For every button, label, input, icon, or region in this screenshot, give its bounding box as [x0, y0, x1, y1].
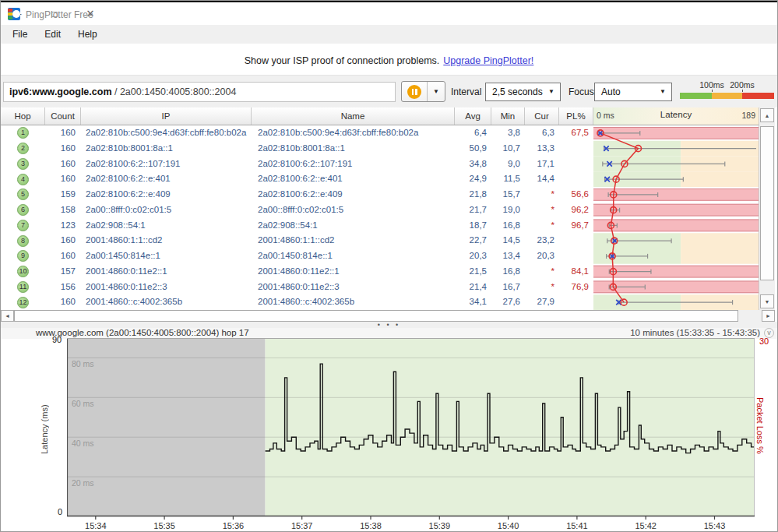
hop-cell: 12 — [1, 294, 45, 310]
count-cell: 160 — [45, 141, 81, 157]
avg-cell: 18,7 — [455, 218, 491, 234]
name-cell: 2a00:1450:814e::1 — [252, 248, 455, 264]
table-row[interactable]: 101572001:4860:0:11e2::12001:4860:0:11e2… — [1, 264, 759, 280]
packet-loss-cell — [559, 248, 593, 264]
scroll-right-icon[interactable]: ► — [762, 310, 775, 322]
vertical-scroll-thumb[interactable] — [760, 126, 774, 280]
hop-number-badge: 4 — [17, 174, 29, 185]
focus-label: Focus — [569, 86, 594, 97]
avg-cell: 6,4 — [455, 125, 491, 141]
cur-cell: * — [525, 218, 559, 234]
table-horizontal-scrollbar[interactable]: ◄ ► — [1, 310, 775, 322]
ip-cell: 2001:4860:1:1::cd2 — [81, 233, 252, 248]
x-tick-label: 15:40 — [498, 521, 519, 530]
timeline-range[interactable]: 10 minutes (15:33:35 - 15:43:35) — [630, 328, 760, 337]
avg-cell: 50,9 — [455, 141, 491, 157]
table-row[interactable]: 41602a02:8100:6:2::e:4012a02:8100:6:2::e… — [1, 171, 759, 187]
table-row[interactable]: 81602001:4860:1:1::cd22001:4860:1:1::cd2… — [1, 233, 759, 248]
pause-icon[interactable] — [402, 82, 428, 101]
table-row[interactable]: 61582a00::8fff:0:c02:c01:52a00::8fff:0:c… — [1, 203, 759, 218]
packet-loss-cell: 56,6 — [559, 187, 593, 203]
name-cell: 2001:4860:0:11e2::3 — [252, 280, 455, 295]
focus-select[interactable]: Auto▼ — [594, 83, 672, 101]
cur-cell: 14,4 — [525, 171, 559, 187]
min-cell: 13,4 — [491, 248, 525, 264]
table-row[interactable]: 21602a02:810b:8001:8a::12a02:810b:8001:8… — [1, 141, 759, 157]
right-axis-label: Packet Loss % — [755, 355, 765, 495]
table-row[interactable]: 51592a02:8100:6:2::e:4092a02:8100:6:2::e… — [1, 187, 759, 203]
interval-label: Interval — [451, 86, 481, 97]
scroll-left-icon[interactable]: ◄ — [1, 310, 14, 322]
avg-cell: 21,7 — [455, 203, 491, 218]
menu-file[interactable]: File — [4, 26, 36, 42]
menu-edit[interactable]: Edit — [36, 26, 69, 42]
scale-label-100ms: 100ms — [699, 80, 724, 90]
name-cell: 2001:4860:0:11e2::1 — [252, 264, 455, 280]
hop-number-badge: 9 — [17, 250, 29, 262]
ip-cell: 2a02:810b:8001:8a::1 — [81, 141, 252, 157]
latency-graph-cell — [593, 171, 759, 187]
min-cell: 16,7 — [491, 280, 525, 295]
target-ip: / 2a00:1450:4005:800::2004 — [112, 86, 237, 97]
timeline-chart[interactable]: 80 ms60 ms40 ms20 ms15:3415:3515:3615:37… — [67, 338, 755, 532]
table-row[interactable]: 31602a02:8100:6:2::107:1912a02:8100:6:2:… — [1, 157, 759, 172]
cur-cell: * — [525, 280, 559, 295]
min-cell: 3,8 — [491, 125, 525, 141]
col-header-name[interactable]: Name — [252, 107, 455, 125]
table-row[interactable]: 91602a00:1450:814e::12a00:1450:814e::120… — [1, 248, 759, 264]
interval-select[interactable]: 2,5 seconds▼ — [485, 83, 561, 101]
hop-cell: 1 — [1, 125, 45, 141]
col-header-ip[interactable]: IP — [81, 107, 252, 125]
latency-graph-cell — [593, 248, 759, 264]
col-header-avg[interactable]: Avg — [455, 107, 491, 125]
hop-number-badge: 11 — [17, 281, 29, 293]
hop-number-badge: 5 — [17, 188, 29, 200]
hop-number-badge: 12 — [17, 297, 29, 308]
pause-button[interactable]: ▼ — [401, 81, 445, 102]
scroll-down-icon[interactable]: ▼ — [760, 294, 774, 308]
focus-value: Auto — [601, 86, 621, 97]
col-header-latency[interactable]: 0 ms Latency 189 — [593, 107, 759, 125]
col-header-hop[interactable]: Hop — [1, 107, 45, 125]
table-row[interactable]: 111562001:4860:0:11e2::32001:4860:0:11e2… — [1, 280, 759, 295]
count-cell: 160 — [45, 294, 81, 310]
col-header-cur[interactable]: Cur — [525, 107, 559, 125]
cur-cell: * — [525, 187, 559, 203]
count-cell: 160 — [45, 171, 81, 187]
y-axis-max: 90 — [52, 335, 62, 344]
table-row[interactable]: 71232a02:908::54:12a02:908::54:118,716,8… — [1, 218, 759, 234]
upgrade-link[interactable]: Upgrade PingPlotter! — [443, 55, 533, 66]
table-vertical-scrollbar[interactable]: ▲ ▼ — [759, 107, 775, 310]
target-address-box[interactable]: ipv6:www.google.com / 2a00:1450:4005:800… — [3, 82, 396, 102]
table-header: Hop Count IP Name Avg Min Cur PL% 0 ms L… — [1, 107, 759, 125]
count-cell: 158 — [45, 203, 81, 218]
avg-cell: 21,4 — [455, 280, 491, 295]
x-tick-label: 15:39 — [429, 521, 451, 530]
table-row[interactable]: 11602a02:810b:c500:9e4:d63f:cbff:fe80:b0… — [1, 125, 759, 141]
table-row[interactable]: 121602001:4860::c:4002:365b2001:4860::c:… — [1, 294, 759, 310]
col-header-min[interactable]: Min — [491, 107, 525, 125]
cur-cell: 17,1 — [525, 157, 559, 172]
chevron-down-icon: ▼ — [548, 83, 554, 100]
hop-number-badge: 6 — [17, 204, 29, 216]
hop-cell: 8 — [1, 233, 45, 248]
cur-cell: * — [525, 203, 559, 218]
ip-cell: 2a02:8100:6:2::e:409 — [81, 187, 252, 203]
x-tick-label: 15:35 — [153, 521, 175, 530]
scroll-up-icon[interactable]: ▲ — [760, 108, 774, 122]
app-window: PingPlotter Free – □ ✕ File Edit Help Sh… — [0, 0, 778, 532]
target-host: ipv6:www.google.com — [9, 86, 112, 97]
pane-splitter[interactable]: • • • — [1, 322, 777, 328]
app-icon — [8, 8, 20, 20]
hop-number-badge: 8 — [17, 235, 29, 247]
min-cell: 15,7 — [491, 187, 525, 203]
pause-dropdown-caret-icon[interactable]: ▼ — [428, 82, 445, 101]
col-header-count[interactable]: Count — [45, 107, 81, 125]
ip-cell: 2a02:908::54:1 — [81, 218, 252, 234]
horizontal-scroll-thumb[interactable] — [14, 310, 738, 322]
cur-cell: 23,2 — [525, 233, 559, 248]
menu-help[interactable]: Help — [69, 26, 106, 42]
ip-cell: 2a02:8100:6:2::e:401 — [81, 171, 252, 187]
count-cell: 160 — [45, 125, 81, 141]
col-header-pl[interactable]: PL% — [559, 107, 593, 125]
